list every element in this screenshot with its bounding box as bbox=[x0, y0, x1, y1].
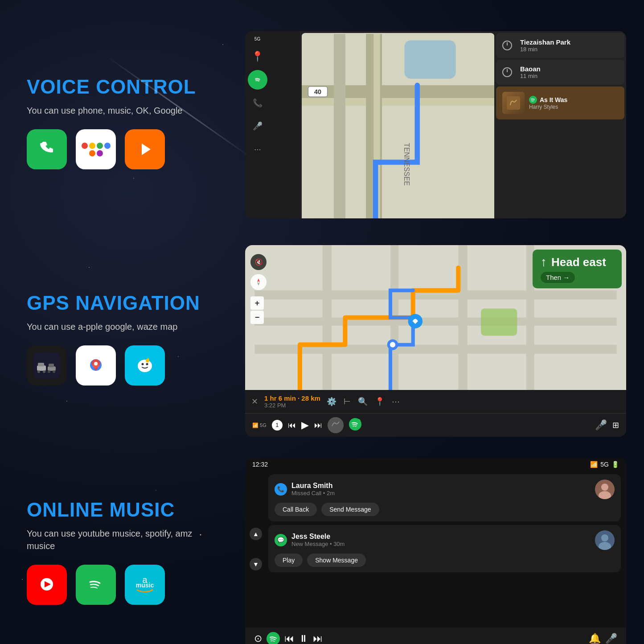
svg-marker-48 bbox=[257, 279, 260, 282]
scroll-down-button[interactable]: ▼ bbox=[250, 558, 262, 570]
next-bottom-icon[interactable]: ⏭ bbox=[313, 633, 323, 644]
gps-title: GPS NAVIGATION bbox=[27, 292, 223, 314]
screen3-panel: 12:32 📶 5G 🔋 ▲ ▼ 📞 bbox=[241, 446, 635, 644]
signal-icon: 📶 bbox=[252, 422, 258, 428]
svg-point-46 bbox=[390, 342, 395, 347]
gps-apps bbox=[27, 345, 223, 386]
msg-time: 12:32 bbox=[252, 461, 268, 468]
play-music-app-icon[interactable] bbox=[125, 129, 165, 169]
svg-rect-20 bbox=[38, 363, 44, 366]
waze-app-icon[interactable] bbox=[125, 345, 165, 386]
clock-icon-1 bbox=[502, 41, 512, 50]
play-button[interactable]: Play bbox=[275, 554, 303, 567]
svg-marker-0 bbox=[142, 144, 151, 155]
spotify-app-icon[interactable] bbox=[76, 565, 116, 605]
svg-rect-8 bbox=[404, 40, 455, 78]
zoom-in-button[interactable]: + bbox=[250, 296, 264, 310]
contact-2-info: Jess Steele New Message • 30m bbox=[291, 533, 591, 547]
phone-nav-icon[interactable]: 📞 bbox=[248, 93, 267, 113]
youtube-music-app-icon[interactable] bbox=[27, 565, 67, 605]
spotify-bottom-icon[interactable] bbox=[267, 632, 280, 644]
nav-tools: ⚙️ ⊢ 🔍 📍 ⋯ bbox=[327, 397, 400, 406]
mic-bottom-icon[interactable]: 🎤 bbox=[605, 633, 617, 644]
svg-text:a: a bbox=[142, 575, 148, 585]
pause-bottom-icon[interactable]: ⏸ bbox=[299, 633, 308, 644]
destination-card-1[interactable]: Tiezaishan Park 18 min bbox=[496, 33, 624, 58]
maps-nav-icon[interactable]: 📍 bbox=[248, 47, 267, 66]
zoom-out-button[interactable]: − bbox=[250, 311, 264, 324]
contact-2-actions: Play Show Message bbox=[275, 554, 615, 567]
playback-bar: 📶 5G 1 ⏮ ▶ ⏭ 🎤 ⊞ bbox=[245, 413, 626, 437]
location-icon[interactable]: 📍 bbox=[375, 397, 385, 406]
bell-bottom-icon[interactable]: 🔔 bbox=[589, 633, 601, 644]
show-message-button[interactable]: Show Message bbox=[307, 554, 366, 567]
googlemaps-app-icon[interactable] bbox=[76, 345, 116, 386]
amazon-music-app-icon[interactable]: music a bbox=[125, 565, 165, 605]
grid-nav-icon[interactable]: ⋯ bbox=[248, 139, 267, 159]
prev-track-icon[interactable]: ⏮ bbox=[288, 421, 296, 430]
online-music-section: ONLINE MUSIC You can use youtube musice,… bbox=[9, 446, 241, 644]
contact-1-info: Laura Smith Missed Call • 2m bbox=[291, 482, 591, 496]
play-icon[interactable]: ▶ bbox=[301, 419, 309, 431]
voice-control-section: VOICE CONTROL You can use phone, music, … bbox=[9, 13, 241, 232]
contact-2-name: Jess Steele bbox=[291, 533, 591, 541]
scroll-up-button[interactable]: ▲ bbox=[250, 528, 262, 540]
next-track-icon[interactable]: ⏭ bbox=[314, 421, 322, 430]
msg-card-1-header: 📞 Laura Smith Missed Call • 2m bbox=[275, 480, 615, 499]
settings-icon[interactable]: ⚙️ bbox=[327, 397, 336, 406]
search-nav-icon[interactable]: 🔍 bbox=[358, 397, 368, 406]
message-icon-2: 💬 bbox=[275, 534, 287, 546]
podcasts-app-icon[interactable] bbox=[76, 129, 116, 169]
signal-icon-msg: 📶 bbox=[590, 461, 598, 468]
spotify-icon-container bbox=[349, 418, 361, 432]
svg-point-64 bbox=[601, 534, 608, 541]
svg-rect-18 bbox=[33, 352, 60, 379]
svg-point-32 bbox=[138, 360, 152, 372]
svg-rect-12 bbox=[507, 96, 520, 110]
msg-status-5g: 5G bbox=[600, 461, 609, 468]
online-music-desc: You can use youtube musice, spotify, amz… bbox=[27, 527, 223, 552]
screen1-container: 5G 📍 📞 🎤 ⋯ bbox=[245, 31, 626, 218]
nav-map: ↑ Head east Then → 🔇 + − bbox=[245, 245, 626, 390]
track-number: 1 bbox=[272, 420, 283, 431]
music-thumbnail bbox=[502, 92, 525, 114]
dest1-name: Tiezaishan Park bbox=[520, 38, 570, 46]
contact-2-status: New Message • 30m bbox=[291, 541, 591, 547]
spotify-nav-icon[interactable] bbox=[248, 70, 267, 90]
microphone-playback-icon[interactable]: 🎤 bbox=[595, 419, 607, 431]
more-icon[interactable]: ⋯ bbox=[392, 397, 400, 406]
prev-bottom-icon[interactable]: ⏮ bbox=[284, 633, 294, 644]
eta-arrival: 3:22 PM bbox=[264, 402, 320, 409]
microphone-nav-icon[interactable]: 🎤 bbox=[248, 116, 267, 136]
send-message-button[interactable]: Send Message bbox=[321, 503, 379, 516]
direction-then: Then → bbox=[541, 272, 575, 283]
call-icon-1: 📞 bbox=[275, 483, 287, 496]
dest2-time: 11 min bbox=[520, 73, 541, 79]
svg-point-22 bbox=[43, 370, 45, 373]
svg-marker-49 bbox=[257, 282, 260, 286]
destination-card-2[interactable]: Baoan 11 min bbox=[496, 60, 624, 85]
svg-rect-44 bbox=[481, 308, 517, 336]
svg-point-61 bbox=[601, 484, 608, 491]
status-5g: 5G bbox=[254, 37, 260, 41]
svg-rect-2 bbox=[302, 34, 494, 218]
svg-point-34 bbox=[146, 363, 148, 365]
spotify-music-icon bbox=[529, 96, 537, 104]
route-icon[interactable]: ⊢ bbox=[344, 397, 351, 406]
compass[interactable] bbox=[250, 274, 267, 290]
close-nav-icon[interactable]: ✕ bbox=[251, 397, 258, 406]
phone-app-icon[interactable] bbox=[27, 129, 67, 169]
gps-navigation-section: GPS NAVIGATION You can use a-pple google… bbox=[9, 232, 241, 446]
carplay-app-icon[interactable] bbox=[27, 345, 67, 386]
gps-desc: You can use a-pple google, waze map bbox=[27, 320, 223, 333]
grid-view-icon[interactable]: ⊞ bbox=[612, 420, 619, 430]
track-thumbnail bbox=[328, 417, 344, 433]
map-tile-screen1: 40 TENNESSEE bbox=[302, 33, 494, 218]
call-back-button[interactable]: Call Back bbox=[275, 503, 317, 516]
sound-button[interactable]: 🔇 bbox=[250, 254, 267, 270]
svg-rect-40 bbox=[323, 245, 332, 390]
dest1-time: 18 min bbox=[520, 46, 570, 53]
direction-card: ↑ Head east Then → bbox=[533, 250, 622, 288]
clock-icon-2 bbox=[502, 67, 512, 77]
home-bottom-icon[interactable]: ⊙ bbox=[254, 633, 262, 644]
